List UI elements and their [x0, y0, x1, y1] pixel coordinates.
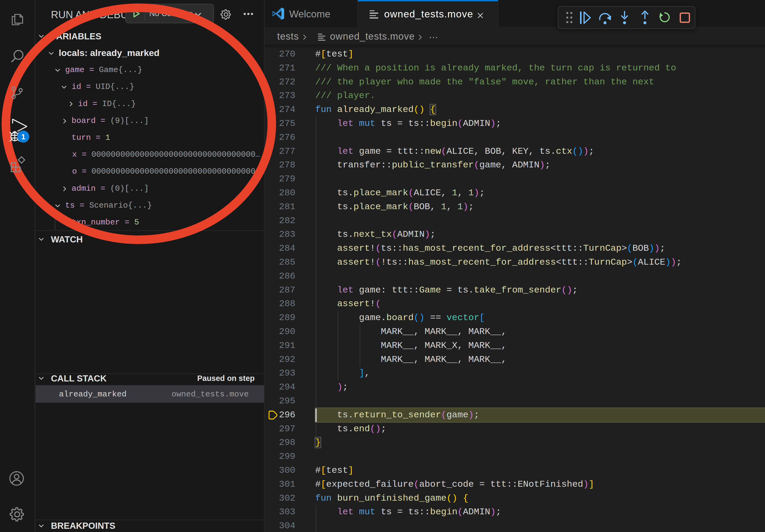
svg-text:1: 1 [21, 133, 25, 141]
